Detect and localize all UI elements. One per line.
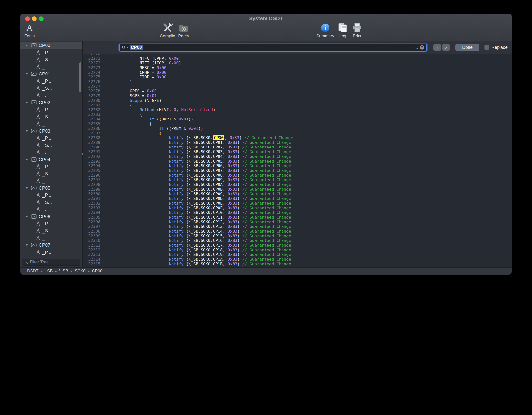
tree-item-label: _S... — [42, 171, 52, 177]
line-number: 32270 — [83, 54, 100, 56]
breadcrumb-item[interactable]: SCK0 — [75, 269, 85, 274]
sidebar-scrollbar[interactable] — [79, 62, 81, 92]
tree-item-child[interactable]: _... — [20, 63, 82, 70]
tree-item-cp05[interactable]: ▼CP05 — [20, 184, 82, 192]
window-title: System DSDT — [20, 15, 512, 21]
tree-item-child[interactable]: _P... — [20, 106, 82, 113]
disclosure-triangle-icon[interactable]: ▼ — [25, 44, 29, 47]
code-line: 32308 Notify (\_SB.SCK0.CP14, 0x83) // G… — [83, 229, 512, 234]
find-next-button[interactable]: › — [442, 44, 450, 51]
tree-item-cp04[interactable]: ▼CP04 — [20, 156, 82, 163]
compass-icon — [36, 114, 40, 119]
tree-item-child[interactable]: _S... — [20, 56, 82, 63]
disclosure-triangle-icon[interactable]: ▼ — [25, 186, 29, 190]
tree-item-cp06[interactable]: ▼CP06 — [20, 213, 82, 220]
line-number: 32286 — [83, 126, 100, 131]
disclosure-triangle-icon[interactable]: ▼ — [25, 72, 29, 76]
code-line: 32281 { — [83, 103, 512, 107]
tree-item-child[interactable]: _... — [20, 177, 82, 184]
replace-checkbox[interactable] — [484, 45, 489, 50]
filter-tree-input[interactable]: Filter Tree — [22, 259, 80, 266]
patch-button[interactable]: Patch — [173, 22, 194, 39]
tree-item-label: _P... — [42, 250, 51, 255]
breadcrumb-item[interactable]: CP00 — [92, 269, 103, 274]
code-line: 32310 Notify (\_SB.SCK0.CP16, 0x83) // G… — [83, 238, 512, 243]
clear-search-button[interactable]: ✕ — [420, 45, 424, 50]
source-text: Notify (\_SB.SCK0.CP12, 0x83) // Guarant… — [100, 220, 291, 224]
tree-item-child[interactable]: _P... — [20, 77, 82, 85]
breadcrumb-item[interactable]: DSDT — [27, 269, 38, 274]
breadcrumb-item[interactable]: _SB — [45, 269, 53, 274]
line-number: 32284 — [83, 117, 100, 121]
disclosure-triangle-icon[interactable]: ▼ — [25, 129, 29, 133]
tree-item-child[interactable]: _S... — [20, 256, 82, 257]
compass-icon — [36, 57, 40, 62]
source-text: Notify (\_SB.SCK0.CP14, 0x83) // Guarant… — [100, 229, 291, 234]
tree-item-cp01[interactable]: ▼CP01 — [20, 70, 82, 77]
tree-item-child[interactable]: _S... — [20, 113, 82, 120]
tree-item-child[interactable]: _P... — [20, 220, 82, 227]
source-text: Notify (\_SB.SCK0.CP1B, 0x83) // Guarant… — [100, 262, 291, 266]
print-button[interactable]: Print — [346, 22, 368, 39]
tree-item-cp03[interactable]: ▼CP03 — [20, 127, 82, 134]
tree-item-child[interactable]: _S... — [20, 227, 82, 234]
tree-item-label: _... — [42, 121, 49, 127]
disclosure-triangle-icon[interactable]: ▼ — [25, 215, 29, 218]
tree-item-cp07[interactable]: ▼CP07 — [20, 241, 82, 249]
tree-item-child[interactable]: _P... — [20, 249, 82, 256]
tree-item-child[interactable]: _S... — [20, 85, 82, 92]
tree-item-cp00[interactable]: ▼CP00 — [20, 42, 82, 49]
source-text: Notify (\_SB.SCK0.CP0C, 0x83) // Guarant… — [100, 192, 291, 196]
disclosure-triangle-icon[interactable]: ▼ — [25, 101, 29, 104]
tree-item-child[interactable]: _... — [20, 120, 82, 127]
search-options-chevron-icon[interactable]: ▾ — [127, 46, 128, 49]
find-bar: ▾ CP00 3 ✕ ‹ › Done Replace — [83, 41, 512, 54]
sidebar-splitter[interactable] — [82, 41, 83, 267]
scope-icon — [31, 214, 37, 219]
code-line: 32275 IIOP = 0x00 — [83, 75, 512, 79]
line-number: 32278 — [83, 89, 100, 93]
tree-item-label: CP04 — [39, 157, 50, 162]
line-number: 32292 — [83, 154, 100, 159]
tree-item-child[interactable]: _S... — [20, 170, 82, 177]
fonts-button[interactable]: A Fonts — [20, 22, 40, 39]
line-number: 32300 — [83, 192, 100, 196]
source-text: IIOP = 0x00 — [100, 75, 167, 79]
tree-item-child[interactable]: _... — [20, 149, 82, 156]
tree-item-child[interactable]: _P... — [20, 192, 82, 199]
tree-item-child[interactable]: _... — [20, 206, 82, 213]
tree-item-child[interactable]: _S... — [20, 142, 82, 149]
code-line: 32296 Notify (\_SB.SCK0.CP08, 0x83) // G… — [83, 173, 512, 178]
disclosure-triangle-icon[interactable]: ▼ — [25, 158, 29, 161]
code-line: 32279 SGPS = 0x01 — [83, 93, 512, 98]
tree-item-label: _P... — [42, 107, 51, 112]
tree-item-child[interactable]: _P... — [20, 163, 82, 170]
tree-item-child[interactable]: _... — [20, 234, 82, 241]
source-text: { — [100, 121, 152, 126]
tree-item-child[interactable]: _P... — [20, 49, 82, 56]
line-number: 32310 — [83, 238, 100, 243]
tree-item-cp02[interactable]: ▼CP02 — [20, 99, 82, 106]
line-number: 32294 — [83, 163, 100, 168]
find-input[interactable]: ▾ CP00 3 ✕ — [119, 44, 427, 52]
svg-text:i: i — [325, 24, 326, 31]
line-number: 32280 — [83, 98, 100, 103]
tree-item-label: _S... — [42, 86, 52, 91]
find-previous-button[interactable]: ‹ — [433, 44, 441, 51]
line-number: 32302 — [83, 201, 100, 206]
code-line: 32293 Notify (\_SB.SCK0.CP05, 0x83) // G… — [83, 159, 512, 163]
source-text: { — [100, 112, 142, 117]
tree-item-child[interactable]: _S... — [20, 199, 82, 206]
done-button[interactable]: Done — [455, 44, 479, 51]
breadcrumb-item[interactable]: \_SB — [59, 269, 68, 274]
source-text: Notify (\_SB.SCK0.CP15, 0x83) // Guarant… — [100, 234, 291, 238]
breadcrumb-separator-icon: ▸ — [55, 269, 57, 273]
disclosure-triangle-icon[interactable]: ▼ — [25, 243, 29, 247]
compass-icon — [36, 107, 40, 112]
tree-item-child[interactable]: _P... — [20, 134, 82, 142]
code-line: 32286 If ((PRBM & 0x01)) — [83, 126, 512, 131]
tree-item-child[interactable]: _... — [20, 92, 82, 99]
source-text: Method (HLVT, 0, NotSerialized) — [100, 107, 215, 112]
code-editor[interactable]: 32270 {32271 NTFC (CPHP, 0x00)32272 NTFI… — [83, 54, 512, 267]
compass-icon — [36, 171, 40, 176]
